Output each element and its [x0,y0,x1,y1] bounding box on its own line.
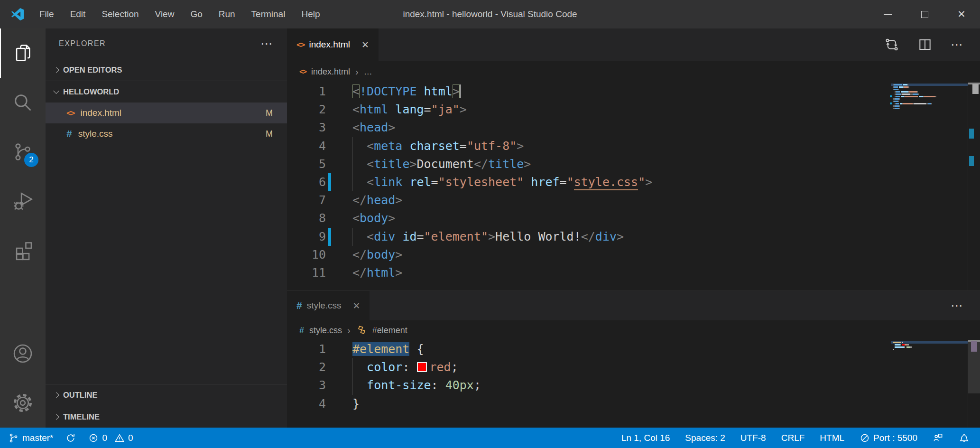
section-outline[interactable]: OUTLINE [46,384,287,406]
window-controls: ✕ [869,0,980,28]
code-line-3[interactable]: 3 font-size: 40px; [287,376,890,394]
port-label: Port : 5500 [873,433,917,443]
gutter [326,83,352,101]
menu-selection[interactable]: Selection [93,9,147,19]
menu-go[interactable]: Go [182,9,210,19]
git-branch-icon [9,433,19,443]
menu-edit[interactable]: Edit [62,9,94,19]
code-line-9[interactable]: 9 <div id="element">Hello World!</div> [287,228,890,246]
folder-label: HELLOWORLD [63,87,119,96]
feedback-item[interactable] [933,432,943,443]
code-line-8[interactable]: 8<body> [287,209,890,227]
line-text: <meta charset="utf-8"> [352,137,524,155]
bell-icon [959,432,970,443]
code-line-7[interactable]: 7</head> [287,191,890,209]
code-line-2[interactable]: 2<html lang="ja"> [287,101,890,119]
menu-bar: FileEditSelectionViewGoRunTerminalHelp [31,0,328,28]
text-cursor [460,84,461,98]
section-timeline[interactable]: TIMELINE [46,406,287,428]
code-line-4[interactable]: 4} [287,395,890,413]
breadcrumb-symbol[interactable]: #element [372,326,407,336]
sync-item[interactable] [65,433,76,443]
more-actions-icon[interactable]: ⋯ [951,37,964,52]
tab-index-html[interactable]: <> index.html ✕ [287,28,379,61]
maximize-button[interactable] [906,0,943,28]
gutter [326,358,352,376]
code-line-6[interactable]: 6 <link rel="stylesheet" href="style.css… [287,173,890,191]
scrollbar-thumb[interactable] [972,84,979,94]
menu-view[interactable]: View [147,9,183,19]
overview-modified-mark [969,129,974,139]
file-row-style.css[interactable]: #style.cssM [46,123,287,144]
encoding[interactable]: UTF-8 [740,433,766,443]
line-text: </body> [352,246,402,264]
notifications-item[interactable] [959,432,970,443]
menu-file[interactable]: File [31,9,62,19]
activitybar-run-debug[interactable] [0,177,46,226]
activitybar-spacer [0,275,46,329]
chevron-right-icon [53,414,59,420]
git-branch-item[interactable]: master* [9,433,53,443]
code-line-2[interactable]: 2 color: red; [287,358,890,376]
menu-help[interactable]: Help [293,9,328,19]
line-text: color: red; [352,358,458,376]
line-number: 7 [287,191,326,209]
activitybar-explorer[interactable] [0,28,46,78]
overview-ruler[interactable] [968,83,980,290]
tab-label: index.html [309,39,350,50]
gutter [326,340,352,358]
code-editor-html[interactable]: 1<!DOCTYPE html>2<html lang="ja">3<head>… [287,83,890,282]
minimap[interactable] [891,341,968,351]
breadcrumb-bottom[interactable]: # style.css › #element [287,320,980,340]
code-line-10[interactable]: 10</body> [287,246,890,264]
eol-sequence[interactable]: CRLF [781,433,805,443]
activitybar-extensions[interactable] [0,226,46,275]
split-editor-icon[interactable] [917,37,933,52]
code-line-1[interactable]: 1#element { [287,340,890,358]
editor-actions: ⋯ [884,28,980,61]
minimize-button[interactable] [869,0,906,28]
cursor-position[interactable]: Ln 1, Col 16 [621,433,670,443]
section-open-editors[interactable]: OPEN EDITORS [46,59,287,81]
run-debug-icon [12,190,34,212]
close-button[interactable]: ✕ [943,0,980,28]
section-folder[interactable]: HELLOWORLD [46,81,287,103]
tab-style-css[interactable]: # style.css ✕ [287,291,370,320]
warnings-icon [114,433,125,443]
color-swatch[interactable] [417,362,427,372]
code-line-1[interactable]: 1<!DOCTYPE html> [287,83,890,101]
overview-ruler[interactable] [968,340,980,428]
breadcrumb-file[interactable]: style.css [309,326,342,336]
open-changes-icon[interactable] [884,37,899,52]
files-icon [12,42,34,64]
activitybar-search[interactable] [0,78,46,127]
live-server-port[interactable]: Port : 5500 [860,433,917,443]
tab-close-icon[interactable]: ✕ [361,39,369,50]
breadcrumb-file[interactable]: index.html [311,67,350,77]
activitybar-settings[interactable] [0,378,46,428]
explorer-more-actions-icon[interactable]: ⋯ [260,37,274,51]
menu-terminal[interactable]: Terminal [243,9,294,19]
indentation[interactable]: Spaces: 2 [685,433,725,443]
line-text: <div id="element">Hello World!</div> [352,228,624,246]
menu-run[interactable]: Run [211,9,243,19]
code-line-11[interactable]: 11</html> [287,264,890,282]
account-icon [12,343,34,364]
code-line-4[interactable]: 4 <meta charset="utf-8"> [287,137,890,155]
code-editor-css[interactable]: 1#element {2 color: red;3 font-size: 40p… [287,340,890,413]
activitybar-account[interactable] [0,329,46,378]
more-actions-icon[interactable]: ⋯ [951,299,964,313]
gutter [326,376,352,394]
code-line-3[interactable]: 3<head> [287,119,890,137]
file-row-index.html[interactable]: <>index.htmlM [46,103,287,123]
breadcrumb-top[interactable]: <> index.html › … [287,61,980,83]
language-mode[interactable]: HTML [820,433,844,443]
tab-close-icon[interactable]: ✕ [353,300,361,311]
minimap[interactable] [891,84,968,110]
gutter [326,246,352,264]
breadcrumb-symbol[interactable]: … [364,67,372,77]
activitybar-source-control[interactable]: 2 [0,127,46,177]
code-line-5[interactable]: 5 <title>Document</title> [287,155,890,173]
problems-item[interactable]: 0 0 [88,433,133,443]
line-number: 4 [287,137,326,155]
